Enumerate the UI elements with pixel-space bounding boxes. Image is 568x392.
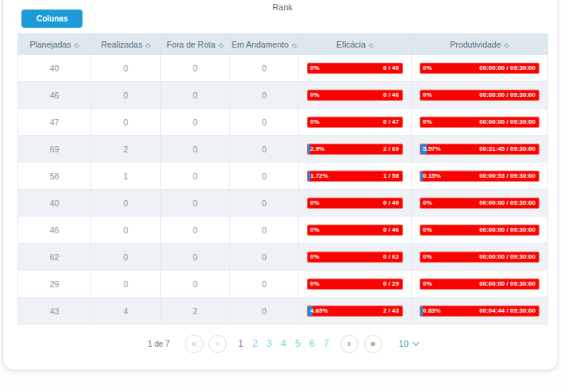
eficacia-progress-bar: 0%0 / 62 [307,252,403,263]
sort-icon: ◇ [74,42,79,49]
produtividade-progress-bar: 0.83%00:04:44 / 09:30:00 [420,306,539,317]
cell-planejadas: 46 [18,82,91,109]
page-number-list: 1234567 [237,338,330,349]
eficacia-value-label: 1 / 58 [383,171,399,181]
page-button-4[interactable]: 4 [280,338,287,349]
produtividade-percent-label: 0.15% [423,171,441,181]
column-header-label: Produtividade [450,40,501,49]
cell-em_andamento: 0 [230,163,299,190]
column-header-produtividade[interactable]: Produtividade◇ [412,34,548,55]
colunas-button[interactable]: Colunas [21,10,83,28]
cell-em_andamento: 0 [230,109,299,136]
cell-eficacia: 2.9%2 / 69 [299,136,412,163]
cell-planejadas: 47 [18,109,91,136]
last-page-button[interactable]: » [364,335,382,353]
eficacia-progress-bar: 0%0 / 46 [307,90,403,101]
cell-fora_de_rota: 0 [161,190,230,217]
chevron-right-icon: › [347,338,351,349]
page-size-select[interactable]: 10 [399,339,417,348]
produtividade-percent-label: 0% [423,198,432,208]
eficacia-value-label: 0 / 46 [383,90,399,100]
table-header: Planejadas◇Realizadas◇Fora de Rota◇Em An… [18,34,548,55]
page-button-5[interactable]: 5 [294,338,301,349]
cell-realizadas: 0 [91,190,161,217]
cell-em_andamento: 0 [230,82,299,109]
cell-fora_de_rota: 0 [161,271,230,298]
column-header-label: Em Andamento [232,40,289,49]
eficacia-progress-bar: 0%0 / 47 [307,117,403,128]
cell-produtividade: 0.83%00:04:44 / 09:30:00 [412,298,548,325]
cell-fora_de_rota: 0 [161,82,230,109]
cell-fora_de_rota: 0 [161,163,230,190]
cell-eficacia: 0%0 / 46 [299,82,412,109]
cell-em_andamento: 0 [230,190,299,217]
cell-planejadas: 58 [18,163,91,190]
page-button-6[interactable]: 6 [309,338,316,349]
cell-planejadas: 40 [18,190,91,217]
first-page-button[interactable]: « [185,335,203,353]
page-button-1[interactable]: 1 [237,338,244,349]
cell-eficacia: 4.65%2 / 43 [299,298,412,325]
cell-produtividade: 0%00:00:00 / 09:30:00 [412,55,548,82]
page-button-2[interactable]: 2 [251,338,259,349]
produtividade-progress-bar: 0%00:00:00 / 09:30:00 [420,63,539,74]
produtividade-value-label: 00:00:00 / 09:30:00 [479,117,535,127]
table-row: 460000%0 / 460%00:00:00 / 09:30:00 [18,82,548,109]
cell-realizadas: 1 [91,163,161,190]
eficacia-percent-label: 0% [310,279,320,289]
pagination-info: 1 de 7 [148,340,170,348]
table-body: 400000%0 / 400%00:00:00 / 09:30:00460000… [18,55,548,325]
column-header-planejadas[interactable]: Planejadas◇ [18,34,91,55]
pagination: 1 de 7 « ‹ 1234567 › » 10 [17,333,547,354]
page-button-3[interactable]: 3 [266,338,273,349]
cell-produtividade: 0%00:00:00 / 09:30:00 [412,244,548,271]
produtividade-value-label: 00:00:00 / 09:30:00 [479,252,535,262]
eficacia-progress-bar: 2.9%2 / 69 [307,144,403,155]
cell-fora_de_rota: 2 [161,298,230,325]
eficacia-progress-bar: 0%0 / 40 [307,198,403,209]
cell-planejadas: 40 [18,55,91,82]
column-header-fora-de-rota[interactable]: Fora de Rota◇ [161,34,230,55]
produtividade-value-label: 00:31:45 / 09:30:00 [479,144,535,154]
eficacia-progress-bar: 0%0 / 29 [307,279,403,290]
column-header-em-andamento[interactable]: Em Andamento◇ [230,34,299,55]
produtividade-percent-label: 0% [423,252,432,262]
produtividade-percent-label: 0% [423,90,432,100]
produtividade-progress-bar: 0%00:00:00 / 09:30:00 [420,225,539,236]
cell-fora_de_rota: 0 [161,136,230,163]
next-page-button[interactable]: › [340,335,359,353]
eficacia-percent-label: 4.65% [310,306,328,316]
cell-eficacia: 1.72%1 / 58 [299,163,412,190]
table-row: 400000%0 / 400%00:00:00 / 09:30:00 [18,190,548,217]
produtividade-percent-label: 0% [423,225,432,235]
cell-realizadas: 0 [91,55,161,82]
cell-eficacia: 0%0 / 46 [299,217,412,244]
column-header-realizadas[interactable]: Realizadas◇ [91,34,161,55]
prev-page-button[interactable]: ‹ [209,335,227,353]
column-header-eficácia[interactable]: Eficácia◇ [299,34,412,55]
cell-produtividade: 0.15%00:00:53 / 09:30:00 [412,163,548,190]
cell-em_andamento: 0 [230,271,299,298]
table-row: 692002.9%2 / 695.57%00:31:45 / 09:30:00 [18,136,548,163]
cell-realizadas: 0 [91,82,161,109]
cell-eficacia: 0%0 / 40 [299,55,412,82]
eficacia-value-label: 2 / 69 [383,144,399,154]
eficacia-value-label: 0 / 40 [383,63,399,73]
cell-eficacia: 0%0 / 40 [299,190,412,217]
cell-em_andamento: 0 [230,55,299,82]
rank-table-wrapper: Planejadas◇Realizadas◇Fora de Rota◇Em An… [17,33,547,325]
produtividade-value-label: 00:00:00 / 09:30:00 [479,279,535,289]
produtividade-progress-bar: 0%00:00:00 / 09:30:00 [420,117,539,128]
produtividade-progress-bar: 0%00:00:00 / 09:30:00 [420,198,539,209]
cell-fora_de_rota: 0 [161,109,230,136]
column-header-label: Fora de Rota [167,40,215,49]
produtividade-value-label: 00:00:53 / 09:30:00 [479,171,535,181]
chevron-left-icon: ‹ [216,338,219,349]
eficacia-percent-label: 0% [310,90,320,100]
eficacia-percent-label: 0% [310,117,320,127]
page-button-7[interactable]: 7 [323,338,330,349]
eficacia-progress-bar: 0%0 / 40 [307,63,403,74]
eficacia-value-label: 0 / 46 [383,225,399,235]
eficacia-percent-label: 0% [310,225,320,235]
table-row: 400000%0 / 400%00:00:00 / 09:30:00 [18,55,548,82]
